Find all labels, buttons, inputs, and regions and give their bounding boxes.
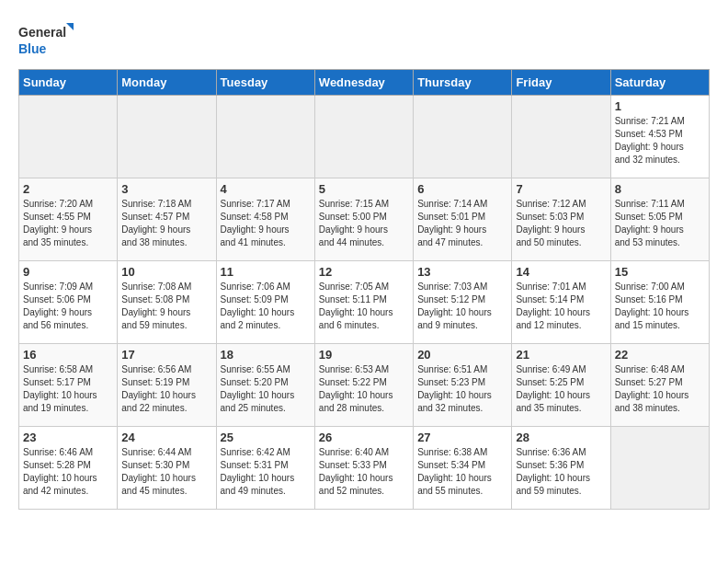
- day-cell: [118, 96, 216, 178]
- week-row-5: 23Sunrise: 6:46 AM Sunset: 5:28 PM Dayli…: [19, 427, 710, 510]
- day-info: Sunrise: 6:56 AM Sunset: 5:19 PM Dayligh…: [121, 363, 211, 415]
- svg-marker-2: [66, 23, 74, 30]
- day-info: Sunrise: 7:00 AM Sunset: 5:16 PM Dayligh…: [615, 281, 705, 332]
- day-cell: 18Sunrise: 6:55 AM Sunset: 5:20 PM Dayli…: [216, 344, 314, 427]
- day-info: Sunrise: 6:40 AM Sunset: 5:33 PM Dayligh…: [319, 446, 409, 498]
- day-cell: 24Sunrise: 6:44 AM Sunset: 5:30 PM Dayli…: [118, 427, 216, 510]
- day-info: Sunrise: 6:46 AM Sunset: 5:28 PM Dayligh…: [23, 446, 113, 498]
- weekday-header-saturday: Saturday: [610, 70, 709, 96]
- day-number: 13: [417, 265, 507, 279]
- header: General Blue: [18, 18, 710, 60]
- day-info: Sunrise: 7:17 AM Sunset: 4:58 PM Dayligh…: [221, 198, 311, 249]
- weekday-header-monday: Monday: [118, 70, 216, 96]
- day-info: Sunrise: 6:49 AM Sunset: 5:25 PM Dayligh…: [516, 363, 606, 415]
- day-cell: 15Sunrise: 7:00 AM Sunset: 5:16 PM Dayli…: [610, 261, 709, 344]
- day-cell: 14Sunrise: 7:01 AM Sunset: 5:14 PM Dayli…: [512, 261, 610, 344]
- day-cell: 11Sunrise: 7:06 AM Sunset: 5:09 PM Dayli…: [216, 261, 314, 344]
- day-cell: 4Sunrise: 7:17 AM Sunset: 4:58 PM Daylig…: [216, 178, 314, 261]
- day-info: Sunrise: 6:53 AM Sunset: 5:22 PM Dayligh…: [319, 363, 409, 415]
- day-info: Sunrise: 7:08 AM Sunset: 5:08 PM Dayligh…: [121, 281, 211, 332]
- day-number: 25: [221, 431, 311, 444]
- day-info: Sunrise: 6:51 AM Sunset: 5:23 PM Dayligh…: [417, 363, 507, 415]
- day-cell: 13Sunrise: 7:03 AM Sunset: 5:12 PM Dayli…: [414, 261, 512, 344]
- day-number: 16: [23, 348, 113, 362]
- svg-text:General: General: [18, 25, 66, 40]
- week-row-3: 9Sunrise: 7:09 AM Sunset: 5:06 PM Daylig…: [19, 261, 710, 344]
- day-cell: [314, 96, 413, 178]
- day-info: Sunrise: 7:11 AM Sunset: 5:05 PM Dayligh…: [615, 198, 705, 249]
- day-cell: [414, 96, 512, 178]
- day-number: 19: [319, 348, 409, 362]
- weekday-header-row: SundayMondayTuesdayWednesdayThursdayFrid…: [19, 70, 710, 96]
- logo-svg: General Blue: [18, 18, 74, 60]
- weekday-header-thursday: Thursday: [414, 70, 512, 96]
- day-info: Sunrise: 7:12 AM Sunset: 5:03 PM Dayligh…: [516, 198, 606, 249]
- day-cell: 27Sunrise: 6:38 AM Sunset: 5:34 PM Dayli…: [414, 427, 512, 510]
- day-info: Sunrise: 7:05 AM Sunset: 5:11 PM Dayligh…: [319, 281, 409, 332]
- day-number: 5: [319, 182, 409, 196]
- day-number: 6: [417, 182, 507, 196]
- day-cell: 23Sunrise: 6:46 AM Sunset: 5:28 PM Dayli…: [19, 427, 118, 510]
- day-cell: 3Sunrise: 7:18 AM Sunset: 4:57 PM Daylig…: [118, 178, 216, 261]
- day-number: 17: [121, 348, 211, 362]
- day-info: Sunrise: 6:55 AM Sunset: 5:20 PM Dayligh…: [221, 363, 311, 415]
- weekday-header-friday: Friday: [512, 70, 610, 96]
- day-number: 26: [319, 431, 409, 444]
- day-cell: 12Sunrise: 7:05 AM Sunset: 5:11 PM Dayli…: [314, 261, 413, 344]
- day-number: 7: [516, 182, 606, 196]
- day-info: Sunrise: 6:44 AM Sunset: 5:30 PM Dayligh…: [121, 446, 211, 498]
- day-cell: 25Sunrise: 6:42 AM Sunset: 5:31 PM Dayli…: [216, 427, 314, 510]
- day-cell: 22Sunrise: 6:48 AM Sunset: 5:27 PM Dayli…: [610, 344, 709, 427]
- day-number: 10: [121, 265, 211, 279]
- day-info: Sunrise: 6:36 AM Sunset: 5:36 PM Dayligh…: [516, 446, 606, 498]
- week-row-4: 16Sunrise: 6:58 AM Sunset: 5:17 PM Dayli…: [19, 344, 710, 427]
- day-cell: 5Sunrise: 7:15 AM Sunset: 5:00 PM Daylig…: [314, 178, 413, 261]
- day-number: 20: [417, 348, 507, 362]
- day-info: Sunrise: 6:38 AM Sunset: 5:34 PM Dayligh…: [417, 446, 507, 498]
- day-number: 23: [23, 431, 113, 444]
- day-cell: 20Sunrise: 6:51 AM Sunset: 5:23 PM Dayli…: [414, 344, 512, 427]
- day-number: 24: [121, 431, 211, 444]
- day-number: 11: [221, 265, 311, 279]
- day-cell: 26Sunrise: 6:40 AM Sunset: 5:33 PM Dayli…: [314, 427, 413, 510]
- day-info: Sunrise: 7:09 AM Sunset: 5:06 PM Dayligh…: [23, 281, 113, 332]
- weekday-header-tuesday: Tuesday: [216, 70, 314, 96]
- day-info: Sunrise: 7:18 AM Sunset: 4:57 PM Dayligh…: [121, 198, 211, 249]
- day-cell: [610, 427, 709, 510]
- day-number: 21: [516, 348, 606, 362]
- day-number: 28: [516, 431, 606, 444]
- day-cell: 1Sunrise: 7:21 AM Sunset: 4:53 PM Daylig…: [610, 96, 709, 178]
- day-number: 15: [615, 265, 705, 279]
- day-info: Sunrise: 6:58 AM Sunset: 5:17 PM Dayligh…: [23, 363, 113, 415]
- day-info: Sunrise: 7:20 AM Sunset: 4:55 PM Dayligh…: [23, 198, 113, 249]
- day-cell: [19, 96, 118, 178]
- day-cell: 16Sunrise: 6:58 AM Sunset: 5:17 PM Dayli…: [19, 344, 118, 427]
- day-cell: 21Sunrise: 6:49 AM Sunset: 5:25 PM Dayli…: [512, 344, 610, 427]
- day-info: Sunrise: 7:14 AM Sunset: 5:01 PM Dayligh…: [417, 198, 507, 249]
- day-number: 14: [516, 265, 606, 279]
- day-cell: 2Sunrise: 7:20 AM Sunset: 4:55 PM Daylig…: [19, 178, 118, 261]
- calendar-header: SundayMondayTuesdayWednesdayThursdayFrid…: [19, 70, 710, 96]
- day-cell: 19Sunrise: 6:53 AM Sunset: 5:22 PM Dayli…: [314, 344, 413, 427]
- day-number: 8: [615, 182, 705, 196]
- day-info: Sunrise: 7:03 AM Sunset: 5:12 PM Dayligh…: [417, 281, 507, 332]
- day-number: 3: [121, 182, 211, 196]
- day-cell: 10Sunrise: 7:08 AM Sunset: 5:08 PM Dayli…: [118, 261, 216, 344]
- day-number: 27: [417, 431, 507, 444]
- day-cell: 8Sunrise: 7:11 AM Sunset: 5:05 PM Daylig…: [610, 178, 709, 261]
- calendar-body: 1Sunrise: 7:21 AM Sunset: 4:53 PM Daylig…: [19, 96, 710, 510]
- day-cell: [216, 96, 314, 178]
- day-number: 2: [23, 182, 113, 196]
- week-row-1: 1Sunrise: 7:21 AM Sunset: 4:53 PM Daylig…: [19, 96, 710, 178]
- day-cell: 17Sunrise: 6:56 AM Sunset: 5:19 PM Dayli…: [118, 344, 216, 427]
- day-number: 12: [319, 265, 409, 279]
- day-cell: [512, 96, 610, 178]
- day-number: 9: [23, 265, 113, 279]
- day-number: 18: [221, 348, 311, 362]
- day-cell: 7Sunrise: 7:12 AM Sunset: 5:03 PM Daylig…: [512, 178, 610, 261]
- day-cell: 9Sunrise: 7:09 AM Sunset: 5:06 PM Daylig…: [19, 261, 118, 344]
- day-number: 22: [615, 348, 705, 362]
- calendar-table: SundayMondayTuesdayWednesdayThursdayFrid…: [18, 69, 710, 510]
- logo: General Blue: [18, 18, 74, 60]
- day-info: Sunrise: 6:42 AM Sunset: 5:31 PM Dayligh…: [221, 446, 311, 498]
